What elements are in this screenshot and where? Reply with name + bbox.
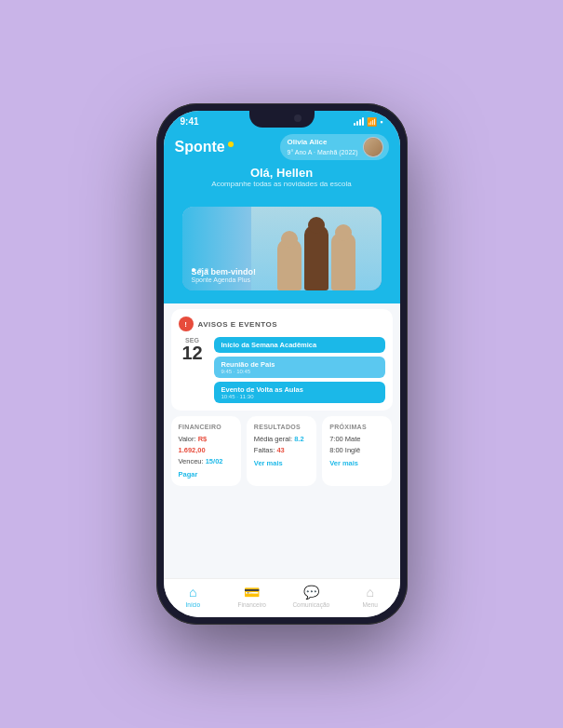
banner-subtitle: Sponte Agenda Plus (192, 276, 257, 283)
venceu-row: Venceu: 15/02 (179, 456, 234, 467)
cards-row: FINANCEIRO Valor: R$ 1.692,00 Venceu: 15… (171, 416, 393, 486)
nav-menu[interactable]: ⌂ Menu (341, 585, 400, 608)
home-icon: ⌂ (189, 585, 196, 600)
day-number: 12 (179, 344, 207, 362)
phone-screen: 9:41 📶 ▪ Sponte (164, 111, 400, 617)
event-title-2: Reunião de Pais (221, 360, 275, 369)
chat-icon: 💬 (303, 585, 319, 600)
header-top: Sponte Olivia Alice 9° Ano A · Manhã (20… (175, 134, 389, 160)
notch (249, 111, 315, 128)
avatar (363, 137, 383, 157)
events-list: Início da Semana Acadêmica Reunião de Pa… (214, 337, 385, 403)
event-item[interactable]: Evento de Volta as Aulas 10:45 · 11:30 (214, 382, 385, 403)
app-logo: Sponte (175, 139, 234, 155)
pagar-link[interactable]: Pagar (179, 470, 234, 479)
events-section: ! AVISOS E EVENTOS SEG 12 Início da Sema… (171, 309, 393, 411)
nav-financeiro-label: Financeiro (238, 601, 266, 608)
user-badge[interactable]: Olivia Alice 9° Ano A · Manhã (2022) (280, 134, 389, 160)
event-title-1: Início da Semana Acadêmica (221, 341, 317, 349)
proximas-link[interactable]: Ver mais (329, 459, 384, 467)
welcome-section: Olá, Hellen Acompanhe todas as novidades… (175, 160, 389, 192)
card-resultados: RESULTADOS Média geral: 8.2 Faltas: 43 V… (247, 416, 316, 486)
welcome-title: Olá, Hellen (175, 166, 389, 180)
faltas-row: Faltas: 43 (254, 445, 309, 456)
resultados-link[interactable]: Ver mais (254, 459, 309, 467)
user-name: Olivia Alice (288, 138, 358, 147)
nav-inicio-label: Início (185, 601, 200, 608)
media-value: 8.2 (294, 435, 303, 443)
card-financeiro: FINANCEIRO Valor: R$ 1.692,00 Venceu: 15… (171, 416, 241, 486)
card-financeiro-title: FINANCEIRO (179, 424, 234, 430)
bottom-nav: ⌂ Início 💳 Financeiro 💬 Comunicação ⌂ Me… (164, 578, 400, 617)
card-proximas-body: 7:00 Mate 8:00 Inglê (329, 434, 384, 456)
app-header: Sponte Olivia Alice 9° Ano A · Manhã (20… (164, 130, 400, 201)
venceu-label: Venceu: (179, 457, 204, 465)
main-content: ! AVISOS E EVENTOS SEG 12 Início da Sema… (164, 303, 400, 578)
status-time: 9:41 (181, 116, 199, 127)
proxima-1: 7:00 Mate (329, 434, 384, 445)
events-date: SEG 12 (179, 337, 207, 403)
proxima-2: 8:00 Inglê (329, 445, 384, 456)
signal-icon (354, 117, 364, 126)
nav-financeiro[interactable]: 💳 Financeiro (222, 585, 282, 608)
valor-row: Valor: R$ 1.692,00 (179, 434, 234, 456)
avatar-image (364, 138, 382, 156)
nav-menu-label: Menu (363, 601, 378, 608)
event-time-3: 10:45 · 11:30 (221, 394, 378, 399)
card-proximas: PRÓXIMAS 7:00 Mate 8:00 Inglê Ver mais (322, 416, 392, 486)
nav-inicio[interactable]: ⌂ Início (164, 585, 223, 608)
card-financeiro-body: Valor: R$ 1.692,00 Venceu: 15/02 (179, 434, 234, 467)
logo-text: Sponte (175, 139, 225, 155)
menu-icon: ⌂ (367, 585, 374, 600)
event-item[interactable]: Início da Semana Acadêmica (214, 337, 385, 353)
faltas-value: 43 (276, 446, 284, 454)
phone-frame: 9:41 📶 ▪ Sponte (156, 103, 408, 625)
nav-comunicacao[interactable]: 💬 Comunicação (282, 585, 342, 608)
wifi-icon: 📶 (367, 117, 377, 127)
events-title: AVISOS E EVENTOS (198, 320, 278, 329)
faltas-label: Faltas: (254, 446, 275, 454)
user-grade: 9° Ano A · Manhã (2022) (288, 148, 358, 156)
event-time-2: 9:45 · 10:45 (221, 369, 378, 374)
status-icons: 📶 ▪ (354, 117, 382, 127)
venceu-value: 15/02 (206, 457, 223, 465)
user-info: Olivia Alice 9° Ano A · Manhã (2022) (288, 138, 358, 155)
banner-text-block: Seja bem-vindo! Sponte Agenda Plus (192, 267, 257, 283)
media-row: Média geral: 8.2 (254, 434, 309, 445)
camera (294, 115, 302, 122)
banner-title: Seja bem-vindo! (192, 267, 257, 276)
events-icon: ! (179, 317, 194, 331)
event-item[interactable]: Reunião de Pais 9:45 · 10:45 (214, 357, 385, 378)
card-proximas-title: PRÓXIMAS (329, 424, 384, 430)
promo-banner[interactable]: Seja bem-vindo! Sponte Agenda Plus (182, 207, 382, 290)
media-label: Média geral: (254, 435, 292, 443)
logo-dot (228, 142, 234, 147)
battery-icon: ▪ (380, 117, 382, 127)
events-header: ! AVISOS E EVENTOS (179, 317, 385, 331)
welcome-subtitle: Acompanhe todas as novidades da escola (175, 180, 389, 188)
event-title-3: Evento de Volta as Aulas (221, 385, 303, 394)
events-layout: SEG 12 Início da Semana Acadêmica Reuniã… (179, 337, 385, 403)
card-resultados-title: RESULTADOS (254, 424, 309, 430)
valor-label: Valor: (179, 435, 196, 443)
nav-comunicacao-label: Comunicação (292, 601, 329, 608)
card-resultados-body: Média geral: 8.2 Faltas: 43 (254, 434, 309, 456)
financeiro-icon: 💳 (244, 585, 260, 600)
